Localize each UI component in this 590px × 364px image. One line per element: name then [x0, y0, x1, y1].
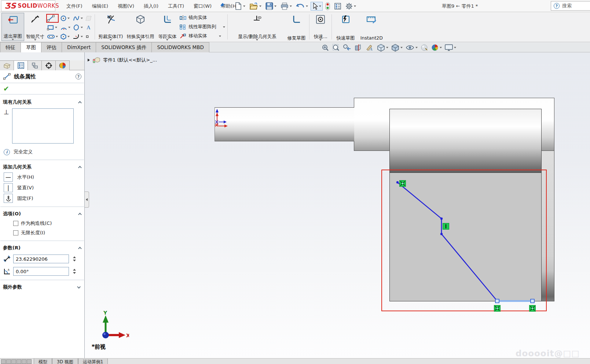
length-spinner[interactable]	[73, 256, 76, 261]
zoom-to-fit-icon[interactable]	[321, 44, 329, 52]
relation-badge-coincident[interactable]	[529, 305, 536, 312]
model-front-cylinder[interactable]	[389, 109, 542, 173]
scroll-button[interactable]	[22, 359, 26, 364]
menu-file[interactable]: 文件(F)	[62, 0, 87, 12]
graphics-viewport[interactable]: 零件1 (默认<<默认>_... Y	[85, 52, 590, 358]
relation-horizontal-button[interactable]: — 水平(H)	[0, 172, 84, 182]
fillet-tool-button[interactable]	[72, 33, 84, 40]
print-caret[interactable]	[290, 5, 292, 7]
arc-tool-button[interactable]	[59, 24, 71, 31]
offset-entities-button[interactable]: 等距实体	[156, 13, 179, 41]
undo-button[interactable]	[294, 2, 309, 11]
sketch-vertex[interactable]	[396, 181, 399, 183]
additional-parameters-header[interactable]: 额外参数	[0, 282, 84, 292]
sketch-plane-tool-button[interactable]	[84, 15, 93, 22]
relation-badge-coincident[interactable]	[494, 305, 501, 312]
scroll-button[interactable]	[11, 359, 16, 364]
spinner-down-icon[interactable]	[73, 260, 76, 261]
exit-sketch-caret[interactable]	[12, 39, 14, 40]
move-entities-button[interactable]: 移动实体	[179, 31, 226, 41]
trim-entities-button[interactable]: 剪裁实体(T)	[96, 13, 125, 41]
help-icon[interactable]: ?	[554, 3, 560, 9]
ellipse-tool-button[interactable]	[72, 24, 84, 31]
linear-pattern-button[interactable]: 线性草图阵列	[179, 22, 226, 31]
save-button[interactable]	[264, 1, 278, 11]
spline-tool-button[interactable]	[72, 15, 84, 22]
add-relations-header[interactable]: 添加几何关系	[0, 162, 84, 172]
propertymanager-tab[interactable]	[14, 60, 28, 70]
rebuild-button[interactable]	[324, 1, 331, 11]
trim-entities-caret[interactable]	[110, 39, 112, 41]
new-document-button[interactable]	[233, 1, 247, 11]
view-settings-caret[interactable]	[454, 47, 456, 48]
model-tab[interactable]: 模型	[34, 359, 52, 364]
motion-study-tab[interactable]: 运动算例1	[78, 359, 108, 364]
dimxpertmanager-tab[interactable]	[42, 60, 56, 70]
search-input[interactable]: 搜索	[562, 3, 572, 9]
sketch-polyline[interactable]	[397, 182, 497, 301]
configurationmanager-tab[interactable]	[28, 60, 42, 70]
scroll-button[interactable]	[27, 359, 32, 364]
relations-listbox[interactable]	[12, 108, 74, 144]
displaymanager-tab[interactable]	[56, 60, 70, 70]
polygon-tool-button[interactable]	[59, 33, 71, 40]
construction-line-checkbox[interactable]	[13, 221, 18, 226]
mirror-entities-button[interactable]: 镜向实体	[179, 13, 226, 22]
status-scroll-buttons[interactable]	[1, 359, 32, 364]
repair-sketch-button[interactable]: 修复草图	[285, 13, 308, 41]
relation-vertical-button[interactable]: | 竖直(V)	[0, 182, 84, 193]
hide-show-items-icon[interactable]	[405, 44, 418, 52]
display-style-icon[interactable]	[391, 44, 403, 52]
parameters-header[interactable]: 参数(R)	[0, 243, 84, 253]
spinner-up-icon[interactable]	[73, 269, 76, 271]
3d-views-tab[interactable]: 3D 视图	[52, 359, 78, 364]
tab-evaluate[interactable]: 评估	[41, 42, 62, 52]
previous-view-icon[interactable]	[342, 44, 351, 52]
offset-entities-caret[interactable]	[166, 39, 168, 41]
display-delete-relations-button[interactable]: 显示/删除几何关系	[229, 13, 285, 41]
rectangle-tool-caret[interactable]	[55, 27, 57, 28]
circle-tool-caret[interactable]	[67, 18, 70, 19]
display-settings-button[interactable]	[333, 2, 343, 11]
existing-relations-header[interactable]: 现有几何关系	[0, 97, 84, 107]
collapse-chevron-icon[interactable]	[78, 166, 82, 169]
menu-tools[interactable]: 工具(T)	[163, 0, 189, 12]
section-view-icon[interactable]	[354, 44, 363, 52]
expand-tree-icon[interactable]	[88, 59, 90, 62]
fillet-tool-caret[interactable]	[81, 36, 83, 37]
print-button[interactable]	[279, 2, 293, 11]
tab-solidworks-addins[interactable]: SOLIDWORKS 插件	[96, 42, 152, 52]
smart-dimension-button[interactable]: 智能尺寸	[24, 13, 46, 41]
view-orientation-icon[interactable]	[377, 44, 388, 52]
spinner-down-icon[interactable]	[73, 272, 76, 274]
search-box[interactable]: ? 搜索	[551, 1, 590, 11]
display-delete-relations-caret[interactable]	[256, 39, 258, 41]
instant2d-button[interactable]: Instant2D	[358, 13, 385, 41]
expand-chevron-icon[interactable]	[77, 285, 81, 289]
view-settings-icon[interactable]	[444, 44, 456, 52]
slot-tool-caret[interactable]	[56, 36, 58, 37]
rectangle-tool-button[interactable]	[46, 24, 59, 31]
options-gear-button[interactable]	[344, 2, 358, 11]
sketch-geometry[interactable]	[389, 173, 542, 301]
collapse-chevron-icon[interactable]	[78, 101, 82, 104]
angle-input[interactable]: 0.00°	[13, 267, 69, 276]
sketch-vertex[interactable]	[440, 218, 443, 220]
slot-tool-button[interactable]	[46, 34, 59, 40]
quick-snaps-button[interactable]: 快速...	[311, 13, 330, 41]
selected-endpoint-handle[interactable]	[495, 299, 499, 303]
line-tool-button[interactable]	[46, 14, 59, 23]
pin-menu-icon[interactable]	[219, 3, 225, 10]
options-header[interactable]: 选项(O)	[0, 209, 84, 219]
panel-help-icon[interactable]: ?	[76, 74, 81, 79]
smart-dimension-caret[interactable]	[34, 39, 36, 41]
ok-check-icon[interactable]: ✔	[3, 85, 9, 93]
open-caret[interactable]	[259, 5, 261, 7]
ellipse-tool-caret[interactable]	[81, 27, 83, 28]
featuremanager-tab[interactable]	[0, 60, 14, 70]
convert-entities-button[interactable]: 转换实体引用	[125, 13, 156, 41]
spline-tool-caret[interactable]	[81, 18, 83, 19]
relation-badge-vertical[interactable]	[443, 223, 449, 230]
sketch-vertex[interactable]	[440, 233, 443, 235]
polygon-tool-caret[interactable]	[67, 36, 70, 37]
